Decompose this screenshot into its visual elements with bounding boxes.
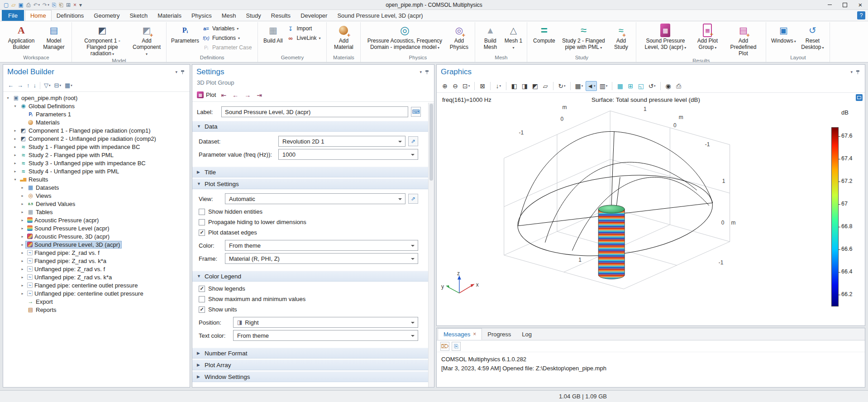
add-component-button[interactable]: Add Component ▾: [130, 23, 163, 57]
tree-item[interactable]: ▸Derived Values: [3, 200, 190, 208]
add-material-button[interactable]: Add Material: [330, 23, 357, 52]
tree-item[interactable]: ▾open_pipe.mph (root): [3, 94, 190, 102]
save-button[interactable]: ▣: [18, 1, 24, 9]
zoom-out-button[interactable]: ⊖: [451, 81, 460, 91]
restore-window-icon[interactable]: [856, 94, 863, 101]
tree-item[interactable]: ▸Component 1 - Flanged pipe radiation (c…: [3, 126, 190, 134]
panel-menu-icon[interactable]: ▾: [420, 70, 422, 74]
tree-item[interactable]: ▸Component 2 - Unflanged pipe radiation …: [3, 134, 190, 143]
expand-icon[interactable]: ▸: [19, 251, 25, 255]
tree-item[interactable]: ▸Unflanged pipe: centerline outlet press…: [3, 289, 190, 297]
parameter-value-select[interactable]: 1000: [278, 149, 418, 160]
model-manager-button[interactable]: Model Manager: [39, 23, 68, 52]
collapse-icon[interactable]: ▾: [12, 177, 18, 182]
checkbox[interactable]: [199, 296, 205, 302]
collapse-icon[interactable]: ▾: [12, 104, 18, 108]
study-2-flanged-pipe-with-pml-button[interactable]: Study 2 - Flanged pipe with PML ▾: [558, 23, 608, 52]
tree-item[interactable]: ▸Datasets: [3, 183, 190, 191]
plot-in-window-button[interactable]: ▥▾: [598, 81, 609, 91]
tab-mesh[interactable]: Mesh: [217, 10, 241, 21]
plot-button[interactable]: ▦ Plot: [197, 91, 216, 98]
position-select[interactable]: ◨ Right: [233, 317, 418, 328]
color-select[interactable]: From theme: [225, 240, 418, 251]
tree-item[interactable]: ▾Global Definitions: [3, 102, 190, 110]
add-plot-group-button[interactable]: Add Plot Group ▾: [692, 23, 723, 52]
section-header-title[interactable]: ▶ Title: [192, 167, 428, 177]
checkbox-plot-dataset-edges[interactable]: Plot dataset edges: [192, 227, 428, 238]
duplicate-button[interactable]: ⊞: [65, 1, 72, 9]
pressure-acoustics-frequency-domain-impedance-model-button[interactable]: Pressure Acoustics, Frequency Domain - i…: [364, 23, 445, 52]
tree-item[interactable]: ▸Study 3 - Unflanged pipe with impedance…: [3, 159, 190, 167]
panel-menu-icon[interactable]: ▾: [175, 70, 177, 74]
component-1-flanged-pipe-radiation-button[interactable]: Component 1 - Flanged pipe radiation ▾: [75, 23, 129, 57]
plot-first-icon[interactable]: ⇤: [220, 91, 227, 99]
expand-icon[interactable]: ▸: [12, 137, 18, 141]
tab-developer[interactable]: Developer: [296, 10, 332, 21]
view-select[interactable]: Automatic: [225, 193, 405, 204]
tree-item[interactable]: ▸Views: [3, 191, 190, 200]
help-icon[interactable]: ?: [857, 11, 865, 19]
checkbox-show-max-min[interactable]: Show maximum and minimum values: [192, 294, 428, 304]
tab-log[interactable]: Log: [516, 328, 537, 340]
expand-icon[interactable]: ▸: [12, 145, 18, 149]
paste-button[interactable]: ⎗: [58, 1, 64, 9]
checkbox-show-units[interactable]: Show units: [192, 304, 428, 315]
tab-sketch[interactable]: Sketch: [124, 10, 153, 21]
minimize-button[interactable]: [822, 0, 837, 10]
checkbox[interactable]: [199, 286, 205, 292]
import-button[interactable]: Import: [286, 24, 323, 33]
functions-button[interactable]: Functions▾: [201, 34, 254, 43]
expand-icon[interactable]: ▸: [19, 218, 25, 222]
section-header-window-settings[interactable]: ▶ Window Settings: [192, 371, 428, 382]
tree-item[interactable]: ▸Acoustic Pressure (acpr): [3, 216, 190, 224]
tree-item[interactable]: ▾Results: [3, 175, 190, 183]
go-back-button[interactable]: ←: [6, 81, 15, 90]
tree-item[interactable]: Materials: [3, 118, 190, 126]
view-xy-button[interactable]: ◧: [510, 81, 519, 91]
tab-physics[interactable]: Physics: [186, 10, 217, 21]
clear-messages-button[interactable]: ⌦: [440, 342, 449, 351]
copy-text-button[interactable]: ⎘: [452, 342, 461, 351]
zoom-button[interactable]: ⊡▾: [461, 81, 471, 91]
expand-icon[interactable]: ▸: [19, 186, 25, 190]
build-mesh-button[interactable]: Build Mesh: [478, 23, 502, 52]
pin-icon[interactable]: [425, 70, 430, 75]
checkbox-propagate-hiding[interactable]: Propagate hiding to lower dimensions: [192, 217, 428, 227]
tree-item[interactable]: ▸Study 4 - Unflanged pipe with PML: [3, 167, 190, 175]
plot-next-icon[interactable]: →: [243, 91, 252, 99]
checkbox[interactable]: [199, 219, 205, 225]
variables-button[interactable]: Variables▾: [201, 24, 254, 33]
checkbox-show-hidden-entities[interactable]: Show hidden entities: [192, 206, 428, 217]
section-header-plot-array[interactable]: ▶ Plot Array: [192, 359, 428, 370]
checkbox[interactable]: [199, 306, 205, 313]
expand-icon[interactable]: ▸: [19, 283, 25, 287]
application-builder-button[interactable]: Application Builder: [4, 23, 38, 52]
plot-area[interactable]: m01m0-1-110m-11yzx freq(161)=1000 Hz Sur…: [437, 93, 865, 325]
tree-item[interactable]: ▸Study 2 - Flanged pipe with PML: [3, 151, 190, 159]
rotate-view-button[interactable]: ↻▾: [557, 81, 567, 91]
section-header-data[interactable]: ▼ Data: [192, 121, 428, 132]
collapse-all-button[interactable]: ⊟▾: [53, 81, 62, 90]
frame-select[interactable]: Material (R, PHI, Z): [225, 253, 418, 264]
parameter-case-button[interactable]: Parameter Case: [201, 43, 254, 52]
tab-sound-pressure-level-3d-acpr[interactable]: Sound Pressure Level, 3D (acpr): [332, 10, 428, 21]
tree-item[interactable]: Export: [3, 297, 190, 306]
collapse-icon[interactable]: ▾: [5, 96, 11, 100]
expand-icon[interactable]: ▸: [19, 275, 25, 279]
move-down-button[interactable]: ↓: [32, 81, 38, 90]
expand-icon[interactable]: ▸: [19, 267, 25, 271]
tab-messages[interactable]: Messages×: [438, 328, 482, 340]
tree-item[interactable]: ▸Unflanged pipe: Z_rad vs. k*a: [3, 273, 190, 281]
close-button[interactable]: ×: [853, 0, 868, 10]
plot-3d-scene[interactable]: m01m0-1-110m-11yzx: [437, 93, 865, 325]
expand-icon[interactable]: ▸: [12, 129, 18, 133]
tab-file[interactable]: File: [2, 10, 24, 21]
expand-icon[interactable]: ▸: [12, 161, 18, 165]
tree-item[interactable]: Reports: [3, 306, 190, 314]
zoom-in-button[interactable]: ⊕: [440, 81, 449, 91]
show-filter-button[interactable]: ▽▾: [43, 81, 52, 90]
scene-composition-button[interactable]: ▦▾: [574, 81, 585, 91]
add-study-button[interactable]: Add Study: [609, 23, 633, 52]
close-icon[interactable]: ×: [473, 331, 476, 337]
expand-icon[interactable]: ▸: [19, 202, 25, 206]
